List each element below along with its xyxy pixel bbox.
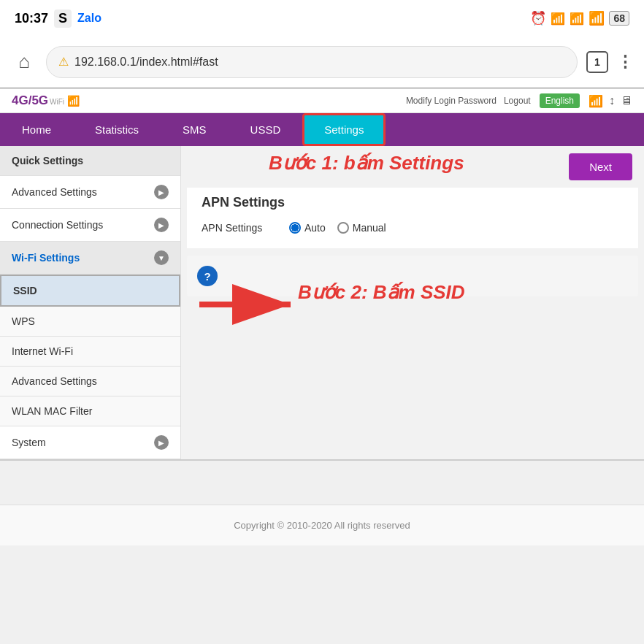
chevron-right-icon: ▶ (154, 185, 169, 199)
wifi-status-icon: 📶 (589, 10, 605, 26)
router-logo: 4G/5G WiFi 📶 (12, 93, 80, 108)
s-app-icon: S (54, 9, 72, 28)
tab-settings[interactable]: Settings (302, 113, 386, 146)
data-transfer-icon: ↕ (609, 94, 615, 107)
chevron-down-icon: ▼ (154, 250, 169, 265)
footer: Copyright © 2010-2020 All rights reserve… (0, 505, 644, 545)
browser-bar: ⌂ ⚠ 192.168.0.1/index.html#fast 1 ⋮ (0, 37, 644, 88)
warning-icon: ⚠ (58, 55, 69, 69)
radio-auto[interactable]: Auto (289, 222, 326, 234)
radio-manual-circle (337, 222, 349, 234)
apn-radio-group: Auto Manual (289, 222, 386, 234)
panel-content: APN Settings APN Settings Auto Manual (187, 188, 638, 248)
router-top-bar: 4G/5G WiFi 📶 Modify Login Password Logou… (0, 89, 644, 113)
home-button[interactable]: ⌂ (11, 49, 37, 75)
sidebar-item-advanced-settings[interactable]: Advanced Settings ▶ (0, 176, 180, 209)
signal-icons: 📶 ↕ 🖥 (589, 94, 632, 108)
home-icon: ⌂ (18, 50, 30, 73)
sidebar-item-connection-settings[interactable]: Connection Settings ▶ (0, 209, 180, 242)
address-bar[interactable]: ⚠ 192.168.0.1/index.html#fast (46, 46, 578, 78)
sidebar-item-quick-settings[interactable]: Quick Settings (0, 146, 180, 176)
chevron-right-icon-2: ▶ (154, 218, 169, 232)
apn-settings-title: APN Settings (202, 195, 624, 210)
sidebar-item-advanced-settings-wifi[interactable]: Advanced Settings (0, 367, 180, 396)
copyright-text: Copyright © 2010-2020 All rights reserve… (234, 520, 410, 531)
logo-subtext: WiFi (50, 98, 64, 106)
apn-row: APN Settings Auto Manual (202, 222, 624, 234)
top-links: Modify Login Password Logout (406, 96, 531, 106)
sidebar-item-ssid[interactable]: SSID (0, 275, 180, 307)
zalo-app-icon: Zalo (77, 12, 101, 25)
language-button[interactable]: English (540, 93, 580, 108)
sidebar-item-system[interactable]: System ▶ (0, 426, 180, 459)
tab-home[interactable]: Home (0, 113, 73, 146)
wifi-signal-icon: 📶 (67, 95, 80, 107)
signal-strength-icon: 📶 (589, 94, 603, 108)
sidebar-item-wps[interactable]: WPS (0, 307, 180, 337)
radio-auto-label: Auto (304, 222, 326, 234)
help-area: ? (187, 256, 638, 296)
tab-sms[interactable]: SMS (161, 113, 229, 146)
alarm-icon: ⏰ (530, 10, 546, 26)
sidebar-item-wlan-mac-filter[interactable]: WLAN MAC Filter (0, 396, 180, 426)
sidebar-item-wifi-settings[interactable]: Wi-Fi Settings ▼ (0, 242, 180, 275)
main-panel: Next APN Settings APN Settings Auto Manu… (181, 146, 644, 459)
address-text: 192.168.0.1/index.html#fast (74, 55, 218, 69)
signal-bar-2: 📶 (570, 12, 584, 26)
logout-link[interactable]: Logout (504, 96, 531, 106)
status-right: ⏰ 📶 📶 📶 68 (530, 10, 629, 26)
screen-icon: 🖥 (621, 94, 632, 107)
browser-menu-button[interactable]: ⋮ (617, 53, 633, 72)
tab-statistics[interactable]: Statistics (73, 113, 161, 146)
sidebar-item-internet-wifi[interactable]: Internet Wi-Fi (0, 337, 180, 367)
battery-level: 68 (609, 11, 629, 26)
spacer (0, 461, 644, 505)
next-button[interactable]: Next (569, 153, 632, 180)
help-icon: ? (197, 266, 218, 286)
tab-ussd[interactable]: USSD (229, 113, 303, 146)
tab-count[interactable]: 1 (586, 51, 608, 73)
nav-tabs: Home Statistics SMS USSD Settings (0, 113, 644, 146)
chevron-right-icon-3: ▶ (154, 435, 169, 450)
logo-text: 4G/5G (12, 93, 48, 108)
radio-manual-label: Manual (353, 222, 386, 234)
router-ui: 4G/5G WiFi 📶 Modify Login Password Logou… (0, 88, 644, 461)
apn-settings-label: APN Settings (202, 222, 275, 234)
status-bar: 10:37 S Zalo ⏰ 📶 📶 📶 68 (0, 0, 644, 37)
status-left: 10:37 S Zalo (15, 9, 101, 28)
modify-password-link[interactable]: Modify Login Password (406, 96, 497, 106)
content-wrapper: Quick Settings Advanced Settings ▶ Conne… (0, 146, 644, 459)
signal-bar-1: 📶 (551, 12, 565, 26)
radio-manual[interactable]: Manual (337, 222, 386, 234)
status-time: 10:37 (15, 11, 48, 26)
radio-auto-circle (289, 222, 301, 234)
sidebar: Quick Settings Advanced Settings ▶ Conne… (0, 146, 181, 459)
panel-header: Next (181, 146, 644, 188)
router-top-right: Modify Login Password Logout English 📶 ↕… (406, 93, 632, 108)
